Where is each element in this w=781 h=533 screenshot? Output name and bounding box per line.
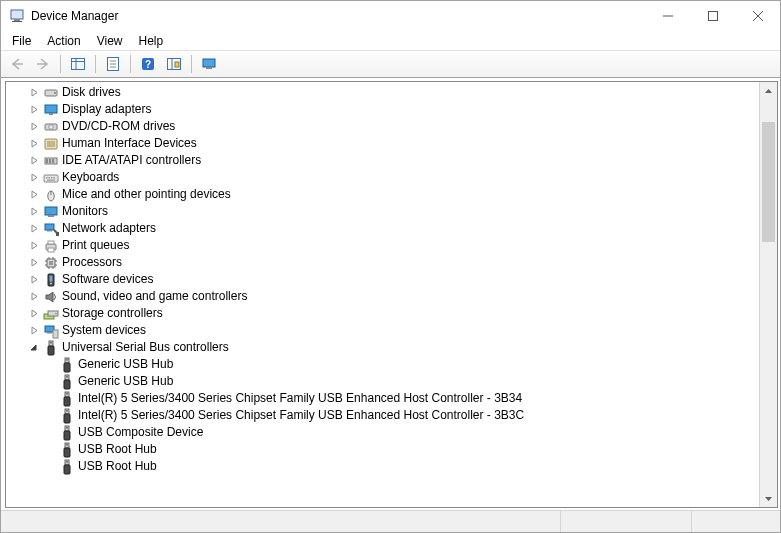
tree-item[interactable]: USB Root Hub — [8, 458, 777, 475]
titlebar: Device Manager — [1, 1, 780, 31]
expand-arrow-icon[interactable] — [26, 102, 42, 118]
display-icon — [42, 102, 60, 118]
svg-rect-37 — [49, 177, 51, 179]
status-pane-main — [1, 511, 561, 532]
svg-rect-46 — [47, 230, 52, 232]
keyboard-icon — [42, 170, 60, 186]
toolbar-separator — [95, 55, 96, 73]
svg-rect-80 — [66, 376, 67, 378]
help-button[interactable]: ? — [136, 52, 160, 76]
svg-rect-90 — [65, 426, 69, 431]
menu-help[interactable]: Help — [132, 33, 171, 49]
tree-item[interactable]: USB Composite Device — [8, 424, 777, 441]
expand-arrow-icon[interactable] — [26, 204, 42, 220]
usb-icon — [58, 459, 76, 475]
tree-category[interactable]: Display adapters — [8, 101, 777, 118]
svg-rect-32 — [46, 159, 48, 163]
menu-file[interactable]: File — [5, 33, 38, 49]
toolbar: ? — [1, 50, 780, 78]
expand-arrow-icon[interactable] — [26, 238, 42, 254]
close-button[interactable] — [735, 1, 780, 31]
collapse-arrow-icon[interactable] — [26, 340, 42, 356]
tree-category[interactable]: Keyboards — [8, 169, 777, 186]
svg-rect-47 — [56, 232, 59, 236]
expand-arrow-icon[interactable] — [26, 306, 42, 322]
expand-arrow-icon[interactable] — [26, 119, 42, 135]
scroll-up-arrow[interactable] — [760, 82, 777, 99]
vertical-scrollbar[interactable] — [759, 82, 777, 507]
tree-category[interactable]: Universal Serial Bus controllers — [8, 339, 777, 356]
svg-rect-52 — [49, 261, 53, 265]
tree-category[interactable]: DVD/CD-ROM drives — [8, 118, 777, 135]
maximize-button[interactable] — [690, 1, 735, 31]
minimize-button[interactable] — [645, 1, 690, 31]
expand-arrow-icon[interactable] — [26, 255, 42, 271]
device-manager-window: Device Manager File Action View Help — [0, 0, 781, 533]
svg-rect-91 — [64, 431, 70, 440]
tree-category-label: Disk drives — [60, 84, 121, 101]
toolbar-separator — [191, 55, 192, 73]
properties-button[interactable] — [101, 52, 125, 76]
tree-category-label: Monitors — [60, 203, 108, 220]
scroll-thumb[interactable] — [762, 122, 775, 242]
forward-button — [31, 52, 55, 76]
tree-category[interactable]: Sound, video and game controllers — [8, 288, 777, 305]
usb-icon — [58, 357, 76, 373]
svg-rect-85 — [67, 393, 68, 395]
view-devices-button[interactable] — [197, 52, 221, 76]
tree-category[interactable]: IDE ATA/ATAPI controllers — [8, 152, 777, 169]
tree-category[interactable]: Mice and other pointing devices — [8, 186, 777, 203]
tree-category[interactable]: Print queues — [8, 237, 777, 254]
show-hide-tree-button[interactable] — [66, 52, 90, 76]
svg-rect-89 — [67, 410, 68, 412]
svg-marker-102 — [765, 89, 772, 93]
expand-arrow-icon[interactable] — [26, 221, 42, 237]
menu-action[interactable]: Action — [40, 33, 87, 49]
expand-arrow-icon[interactable] — [26, 323, 42, 339]
tree-item[interactable]: Intel(R) 5 Series/3400 Series Chipset Fa… — [8, 390, 777, 407]
tree-item[interactable]: Generic USB Hub — [8, 356, 777, 373]
svg-rect-84 — [66, 393, 67, 395]
expand-arrow-icon[interactable] — [26, 272, 42, 288]
usb-icon — [58, 425, 76, 441]
dvd-icon — [42, 119, 60, 135]
svg-rect-44 — [48, 215, 54, 217]
tree-category-label: IDE ATA/ATAPI controllers — [60, 152, 201, 169]
tree-category-label: Processors — [60, 254, 122, 271]
scroll-down-arrow[interactable] — [760, 490, 777, 507]
expand-arrow-icon[interactable] — [26, 153, 42, 169]
tree-category[interactable]: Human Interface Devices — [8, 135, 777, 152]
svg-rect-74 — [65, 358, 69, 363]
tree-item-label: Intel(R) 5 Series/3400 Series Chipset Fa… — [76, 407, 524, 424]
svg-rect-96 — [66, 444, 67, 446]
scan-hardware-button[interactable] — [162, 52, 186, 76]
tree-category[interactable]: System devices — [8, 322, 777, 339]
svg-rect-38 — [51, 177, 53, 179]
svg-rect-7 — [72, 59, 85, 70]
tree-category[interactable]: Monitors — [8, 203, 777, 220]
tree-item[interactable]: Intel(R) 5 Series/3400 Series Chipset Fa… — [8, 407, 777, 424]
tree-item-label: USB Composite Device — [76, 424, 203, 441]
tree-item[interactable]: USB Root Hub — [8, 441, 777, 458]
svg-rect-36 — [46, 177, 48, 179]
tree-category[interactable]: Software devices — [8, 271, 777, 288]
mouse-icon — [42, 187, 60, 203]
expand-arrow-icon[interactable] — [26, 85, 42, 101]
tree-category[interactable]: Processors — [8, 254, 777, 271]
device-tree[interactable]: Disk drivesDisplay adaptersDVD/CD-ROM dr… — [6, 82, 777, 507]
tree-category[interactable]: Network adapters — [8, 220, 777, 237]
menu-view[interactable]: View — [90, 33, 130, 49]
tree-item[interactable]: Generic USB Hub — [8, 373, 777, 390]
svg-rect-97 — [67, 444, 68, 446]
expand-arrow-icon[interactable] — [26, 136, 42, 152]
svg-rect-40 — [47, 179, 55, 180]
expand-arrow-icon[interactable] — [26, 187, 42, 203]
window-title: Device Manager — [31, 9, 118, 23]
tree-item-label: Generic USB Hub — [76, 356, 173, 373]
svg-rect-24 — [49, 113, 53, 115]
tree-category[interactable]: Storage controllers — [8, 305, 777, 322]
svg-marker-103 — [765, 497, 772, 501]
tree-category[interactable]: Disk drives — [8, 84, 777, 101]
expand-arrow-icon[interactable] — [26, 170, 42, 186]
expand-arrow-icon[interactable] — [26, 289, 42, 305]
